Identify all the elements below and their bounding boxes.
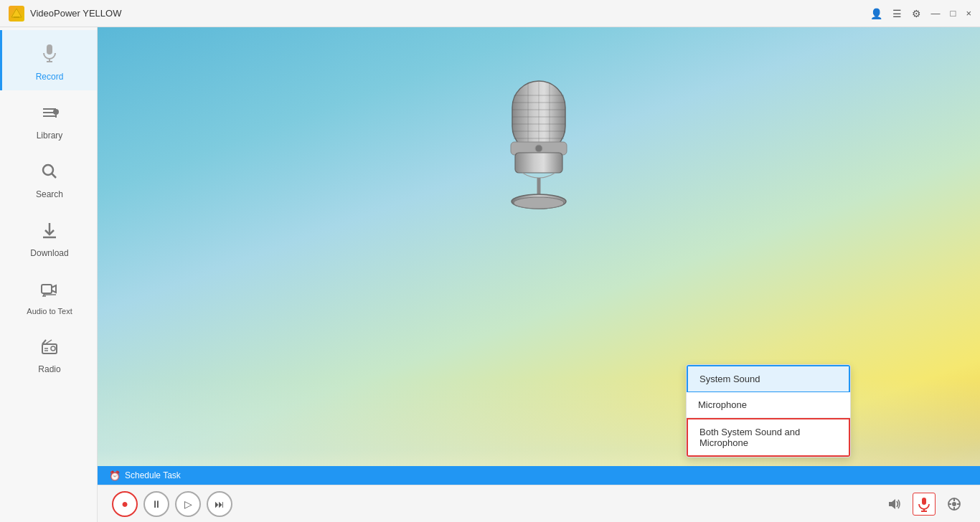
settings-icon[interactable]: ⚙ xyxy=(912,8,921,19)
sidebar-record-label: Record xyxy=(36,72,64,82)
volume-button[interactable] xyxy=(882,493,905,516)
radio-icon xyxy=(40,337,59,360)
sidebar-audio-label: Audio to Text xyxy=(27,307,72,315)
svg-rect-14 xyxy=(42,285,52,293)
download-icon xyxy=(40,221,59,244)
svg-rect-2 xyxy=(47,44,52,54)
controls-right xyxy=(882,493,966,516)
sidebar-search-label: Search xyxy=(36,189,63,199)
svg-point-8 xyxy=(53,109,59,115)
svg-point-10 xyxy=(43,165,53,175)
svg-point-17 xyxy=(51,346,55,351)
schedule-label: Schedule Task xyxy=(125,470,181,480)
record-icon: ● xyxy=(121,498,128,511)
next-button[interactable]: ⏭ xyxy=(207,491,232,517)
microphone-button[interactable] xyxy=(913,493,936,516)
library-icon xyxy=(40,103,59,126)
close-button[interactable]: × xyxy=(966,8,971,19)
svg-marker-39 xyxy=(889,499,895,509)
clock-icon: ⏰ xyxy=(109,470,121,481)
sidebar-item-download[interactable]: Download xyxy=(0,208,97,267)
title-bar: VideoPower YELLOW 👤 ☰ ⚙ — □ × xyxy=(0,0,980,27)
pause-button[interactable]: ⏸ xyxy=(143,491,169,517)
sidebar-item-search[interactable]: Search xyxy=(0,149,97,208)
record-button[interactable]: ● xyxy=(112,491,138,517)
next-icon: ⏭ xyxy=(215,498,225,510)
schedule-bar[interactable]: ⏰ Schedule Task xyxy=(98,466,980,485)
svg-line-11 xyxy=(52,174,56,178)
list-icon[interactable]: ☰ xyxy=(892,8,902,19)
sidebar-item-library[interactable]: Library xyxy=(0,90,97,149)
pause-icon: ⏸ xyxy=(151,498,161,510)
minimize-button[interactable]: — xyxy=(931,8,941,19)
svg-rect-1 xyxy=(14,16,19,18)
app-title: VideoPower YELLOW xyxy=(30,8,121,19)
sidebar-item-record[interactable]: Record xyxy=(0,30,97,90)
dropdown-microphone[interactable]: Microphone xyxy=(687,392,850,418)
sidebar-library-label: Library xyxy=(37,130,63,141)
dropdown-system-sound[interactable]: System Sound xyxy=(687,365,850,392)
microphone-icon xyxy=(39,43,60,67)
search-icon xyxy=(40,162,59,185)
svg-rect-40 xyxy=(922,498,926,505)
audio-to-text-icon xyxy=(40,280,59,303)
title-bar-controls: 👤 ☰ ⚙ — □ × xyxy=(870,8,971,19)
sidebar-item-radio[interactable]: Radio xyxy=(0,324,97,383)
maximize-button[interactable]: □ xyxy=(951,8,956,19)
svg-point-44 xyxy=(952,502,956,506)
sidebar: Record Library Search xyxy=(0,27,98,522)
controls-bar: ● ⏸ ▷ ⏭ xyxy=(98,485,980,522)
play-icon: ▷ xyxy=(184,498,192,510)
audio-source-dropdown: System Sound Microphone Both System Soun… xyxy=(686,364,851,457)
sidebar-radio-label: Radio xyxy=(38,364,60,374)
dropdown-both[interactable]: Both System Sound and Microphone xyxy=(687,418,850,457)
svg-rect-35 xyxy=(515,153,562,173)
content-area: System Sound Microphone Both System Soun… xyxy=(98,27,980,522)
sidebar-download-label: Download xyxy=(30,248,68,258)
play-button[interactable]: ▷ xyxy=(175,491,201,517)
microphone-graphic xyxy=(492,67,585,224)
svg-point-34 xyxy=(535,145,542,152)
app-logo xyxy=(9,6,24,22)
settings-audio-button[interactable] xyxy=(943,493,966,516)
title-bar-left: VideoPower YELLOW xyxy=(9,6,121,22)
svg-point-38 xyxy=(514,197,564,209)
sidebar-item-audio-to-text[interactable]: Audio to Text xyxy=(0,267,97,324)
svg-marker-0 xyxy=(11,9,22,17)
main-layout: Record Library Search xyxy=(0,27,980,522)
account-icon[interactable]: 👤 xyxy=(870,8,882,19)
